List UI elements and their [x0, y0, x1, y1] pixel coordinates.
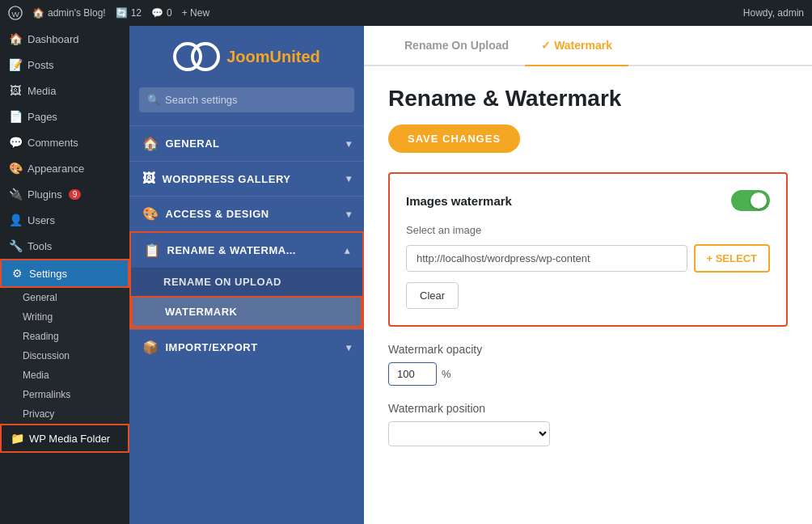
plugin-logo: JoomUnited	[129, 26, 364, 87]
sidebar-appearance-label: Appearance	[27, 163, 84, 175]
nav-header-access-design[interactable]: 🎨 ACCESS & DESIGN ▾	[129, 196, 364, 231]
logo-circle-right	[191, 42, 220, 71]
sidebar-item-pages[interactable]: 📄 Pages	[0, 104, 129, 129]
nav-gallery-icon: 🖼	[142, 171, 156, 186]
content-tabs: Rename On Upload ✓Watermark	[364, 26, 812, 66]
users-icon: 👤	[8, 213, 23, 226]
nav-group-access-design: 🎨 ACCESS & DESIGN ▾	[129, 196, 364, 231]
wp-media-folder-icon: 📁	[10, 432, 24, 445]
settings-icon: ⚙	[10, 267, 24, 280]
save-changes-button[interactable]: SAVE CHANGES	[388, 125, 520, 153]
sub-item-privacy[interactable]: Privacy	[0, 404, 129, 424]
sidebar-item-tools[interactable]: 🔧 Tools	[0, 233, 129, 259]
chevron-down-icon-access: ▾	[346, 209, 352, 220]
sub-item-reading[interactable]: Reading	[0, 327, 129, 346]
sidebar-item-dashboard[interactable]: 🏠 Dashboard	[0, 26, 129, 52]
updates-icon: 🔄	[116, 7, 128, 19]
sidebar-item-settings[interactable]: ⚙ Settings	[0, 259, 129, 288]
howdy-text: Howdy, admin	[743, 7, 804, 19]
watermark-toggle-row: Images watermark	[406, 190, 770, 211]
sidebar-media-label: Media	[27, 85, 56, 97]
sidebar-item-media[interactable]: 🖼 Media	[0, 78, 129, 104]
page-body: Rename & Watermark SAVE CHANGES Images w…	[364, 66, 812, 466]
sidebar-users-label: Users	[27, 214, 55, 226]
sidebar-comments-label: Comments	[27, 137, 78, 149]
plugins-icon: 🔌	[8, 188, 23, 201]
position-select[interactable]	[388, 421, 550, 446]
admin-bar: W 🏠 admin's Blog! 🔄 12 💬 0 + New Howdy, …	[0, 0, 812, 26]
nav-header-wp-gallery[interactable]: 🖼 WORDPRESS GALLERY ▾	[129, 162, 364, 196]
sub-item-permalinks[interactable]: Permalinks	[0, 385, 129, 404]
position-label: Watermark position	[388, 402, 788, 415]
sidebar-item-comments[interactable]: 💬 Comments	[0, 129, 129, 155]
select-image-label: Select an image	[406, 224, 770, 236]
sub-item-discussion[interactable]: Discussion	[0, 346, 129, 366]
wp-sidebar: 🏠 Dashboard 📝 Posts 🖼 Media 📄 Pages 💬 Co…	[0, 26, 129, 524]
nav-header-general[interactable]: 🏠 GENERAL ▾	[129, 126, 364, 161]
select-image-button[interactable]: + SELECT	[694, 244, 771, 273]
nav-child-rename-on-upload[interactable]: RENAME ON UPLOAD	[131, 268, 362, 296]
sidebar-tools-label: Tools	[27, 240, 52, 252]
sub-item-media[interactable]: Media	[0, 366, 129, 385]
sidebar-dashboard-label: Dashboard	[27, 33, 79, 45]
image-url-row: + SELECT	[406, 244, 770, 273]
clear-button[interactable]: Clear	[406, 282, 459, 309]
sidebar-item-posts[interactable]: 📝 Posts	[0, 52, 129, 78]
main-layout: 🏠 Dashboard 📝 Posts 🖼 Media 📄 Pages 💬 Co…	[0, 26, 812, 524]
tab-watermark[interactable]: ✓Watermark	[525, 26, 628, 66]
rename-watermark-children: RENAME ON UPLOAD WATERMARK	[131, 268, 362, 328]
page-title: Rename & Watermark	[388, 86, 788, 112]
sidebar-settings-label: Settings	[29, 268, 67, 280]
updates-bar[interactable]: 🔄 12	[116, 7, 142, 19]
chevron-up-icon-rename: ▴	[345, 245, 350, 256]
wp-logo[interactable]: W	[8, 6, 23, 20]
tab-rename-on-upload[interactable]: Rename On Upload	[388, 26, 525, 66]
sidebar-item-plugins[interactable]: 🔌 Plugins 9	[0, 181, 129, 207]
appearance-icon: 🎨	[8, 162, 23, 175]
nav-rename-label: RENAME & WATERMA...	[167, 244, 296, 256]
sidebar-posts-label: Posts	[27, 59, 54, 71]
chevron-down-icon-gallery: ▾	[346, 173, 352, 184]
comments-icon: 💬	[151, 7, 163, 19]
posts-icon: 📝	[8, 58, 23, 71]
site-name-bar[interactable]: 🏠 admin's Blog!	[32, 7, 106, 19]
watermark-toggle[interactable]	[731, 190, 770, 211]
nav-group-rename-watermark: 📋 RENAME & WATERMA... ▴ RENAME ON UPLOAD…	[129, 231, 364, 329]
nav-import-icon: 📦	[142, 340, 159, 355]
tools-icon: 🔧	[8, 239, 23, 252]
plugin-sidebar: JoomUnited 🔍 Search settings 🏠 GENERAL ▾…	[129, 26, 364, 524]
sidebar-pages-label: Pages	[27, 111, 57, 123]
watermark-card: Images watermark Select an image + SELEC…	[388, 172, 788, 327]
nav-gallery-label: WORDPRESS GALLERY	[163, 173, 291, 185]
nav-access-label: ACCESS & DESIGN	[166, 208, 269, 220]
nav-header-import-export[interactable]: 📦 IMPORT/EXPORT ▾	[129, 330, 364, 365]
media-icon: 🖼	[8, 84, 23, 97]
opacity-row: %	[388, 362, 788, 386]
opacity-input[interactable]	[388, 362, 437, 386]
sub-item-writing[interactable]: Writing	[0, 307, 129, 327]
nav-access-icon: 🎨	[142, 206, 159, 222]
chevron-down-icon: ▾	[346, 138, 352, 150]
main-content: Rename On Upload ✓Watermark Rename & Wat…	[364, 26, 812, 524]
sidebar-plugins-label: Plugins	[27, 188, 62, 201]
check-icon: ✓	[541, 39, 551, 52]
search-placeholder-text: Search settings	[165, 94, 238, 106]
settings-submenu: General Writing Reading Discussion Media…	[0, 288, 129, 424]
new-button-bar[interactable]: + New	[182, 7, 209, 19]
watermark-card-label: Images watermark	[406, 194, 512, 208]
comments-bar[interactable]: 💬 0	[151, 7, 172, 19]
sub-item-general[interactable]: General	[0, 288, 129, 307]
nav-general-label: GENERAL	[166, 137, 220, 150]
sidebar-item-appearance[interactable]: 🎨 Appearance	[0, 155, 129, 181]
opacity-label: Watermark opacity	[388, 343, 788, 356]
nav-child-watermark[interactable]: WATERMARK	[131, 296, 362, 328]
sidebar-item-users[interactable]: 👤 Users	[0, 207, 129, 233]
logo-text: JoomUnited	[226, 48, 320, 66]
plugin-search-box[interactable]: 🔍 Search settings	[139, 87, 354, 112]
logo-circles	[173, 42, 220, 71]
nav-import-label: IMPORT/EXPORT	[166, 341, 258, 353]
image-url-input[interactable]	[406, 245, 687, 272]
pages-icon: 📄	[8, 110, 23, 123]
sidebar-item-wp-media-folder[interactable]: 📁 WP Media Folder	[0, 424, 129, 453]
nav-header-rename-watermark[interactable]: 📋 RENAME & WATERMA... ▴	[131, 233, 362, 268]
